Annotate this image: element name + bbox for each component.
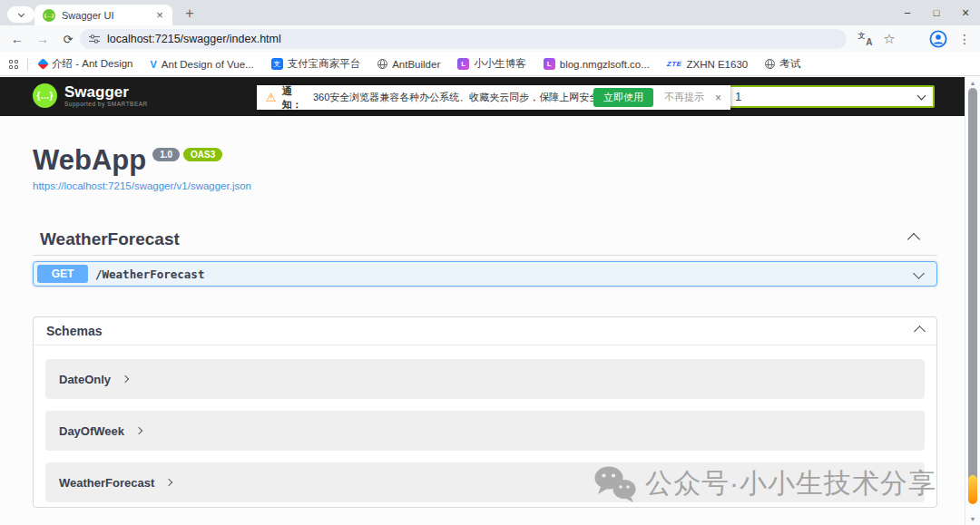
window-minimize-button[interactable]: − [893,0,922,25]
window-close-button[interactable]: × [951,0,980,25]
notice-text: 360安全浏览器兼容各种办公系统、收藏夹云同步，保障上网安全 [313,91,593,104]
brand-name: Swagger [64,83,148,101]
brand-subtitle: Supported by SMARTBEAR [64,101,148,107]
bookmark-star-icon[interactable]: ☆ [878,25,900,53]
ant-design-icon [37,58,49,70]
alipay-icon: 支 [271,58,283,70]
expand-model-chevron-icon[interactable] [122,375,129,383]
translate-icon[interactable]: 文 A [855,25,875,53]
warning-icon: ⚠ [266,91,277,104]
tag-weatherforecast-header[interactable]: WeatherForecast [40,229,180,249]
expand-model-chevron-icon[interactable] [165,479,172,486]
tab-strip: {…} Swagger UI × + − □ × [0,0,980,25]
bookmark-label: 支付宝商家平台 [288,57,361,71]
browser-window: {…} Swagger UI × + − □ × ← → ⟳ localhost… [0,0,980,525]
vue-icon: V [150,59,156,70]
bookmark-label: Ant Design of Vue... [162,59,254,70]
browser-notice-banner: ⚠ 通知： 360安全浏览器兼容各种办公系统、收藏夹云同步，保障上网安全 立即使… [257,85,730,110]
bookmark-antbuilder[interactable]: AntBuilder [377,59,440,70]
translate-glyph-a: A [866,37,872,47]
schemas-header[interactable]: Schemas [34,317,936,345]
watermark-text: 公众号·小小生技术分享 [645,465,936,502]
operation-path: /WeatherForecast [95,267,204,281]
bookmark-label: ZXHN E1630 [686,59,748,70]
globe-icon [765,59,775,69]
bookmark-exam[interactable]: 考试 [765,57,800,71]
divider [33,255,937,256]
api-title: WebApp [33,145,146,176]
forward-button[interactable]: → [31,25,54,53]
bookmark-label: blog.nmgzlsoft.co... [560,59,650,70]
blog-icon: L [457,58,469,70]
swagger-topbar: {…} Swagger Supported by SMARTBEAR 1 ⚠ 通… [0,77,965,116]
bookmark-ant-design-vue[interactable]: V Ant Design of Vue... [150,59,253,70]
definition-select[interactable]: 1 [725,85,935,108]
notice-dismiss-button[interactable]: 不再提示 [664,91,704,104]
bookmark-zxhn[interactable]: ZTE ZXHN E1630 [667,59,748,70]
http-method-badge: GET [37,265,88,283]
model-dayofweek[interactable]: DayOfWeek [45,411,925,451]
model-name: DayOfWeek [59,424,124,438]
model-name: WeatherForecast [59,476,154,490]
collapse-tag-chevron-icon[interactable] [907,233,920,246]
watermark: 公众号·小小生技术分享 [593,464,936,503]
model-name: DateOnly [59,373,111,386]
model-dateonly[interactable]: DateOnly [45,359,925,399]
apps-grid-icon[interactable] [9,60,18,69]
wechat-icon [593,464,637,503]
menu-dots-icon[interactable]: ⋮ [955,25,975,53]
site-settings-icon[interactable] [89,34,100,44]
tab-swagger-ui[interactable]: {…} Swagger UI × [34,5,172,25]
scroll-down-icon[interactable]: ▼ [965,513,980,524]
avatar-icon [929,30,947,48]
chevron-down-icon [17,10,24,16]
new-tab-button[interactable]: + [180,4,200,24]
address-bar[interactable]: localhost:7215/swagger/index.html [80,29,847,49]
schemas-title: Schemas [46,324,102,338]
operation-get-weatherforecast[interactable]: GET /WeatherForecast [33,261,937,287]
swagger-logo: {…} Swagger Supported by SMARTBEAR [33,83,148,108]
divider [27,58,28,71]
bookmark-label: 小小生博客 [474,57,526,71]
zte-icon: ZTE [667,60,682,68]
spec-url-link[interactable]: https://localhost:7215/swagger/v1/swagge… [33,180,251,191]
scroll-up-icon[interactable]: ▲ [965,77,980,88]
notice-label: 通知： [282,84,311,112]
scrollbar-marker [968,475,977,504]
bookmark-xiaoxiaosheng-blog[interactable]: L 小小生博客 [457,57,526,71]
notice-close-icon[interactable]: × [715,92,721,104]
expand-model-chevron-icon[interactable] [135,427,142,434]
scrollbar-thumb[interactable] [968,88,977,487]
bookmark-label: 介绍 - Ant Design [52,57,132,71]
tab-title: Swagger UI [62,10,152,21]
refresh-button[interactable]: ⟳ [56,25,80,53]
swagger-favicon-icon: {…} [43,9,55,22]
bookmark-ant-design[interactable]: 介绍 - Ant Design [39,57,132,71]
notice-action-button[interactable]: 立即使用 [593,88,653,107]
definition-select-value: 1 [735,90,741,103]
profile-avatar[interactable] [927,25,949,53]
tab-search-button[interactable] [7,6,34,23]
url-text: localhost:7215/swagger/index.html [107,33,281,45]
scrollbar[interactable]: ▲ ▼ [965,76,980,525]
chevron-down-icon [917,91,926,100]
bookmarks-bar: 介绍 - Ant Design V Ant Design of Vue... 支… [0,53,980,76]
blog-icon: L [544,58,555,70]
window-maximize-button[interactable]: □ [922,0,951,25]
collapse-schemas-chevron-icon[interactable] [914,326,926,337]
translate-glyph-cn: 文 [858,31,866,41]
tab-close-icon[interactable]: × [152,8,167,23]
bookmark-label: 考试 [779,57,800,71]
swagger-logo-icon: {…} [33,83,57,108]
bookmark-label: AntBuilder [392,59,440,70]
bookmark-nmgzlsoft[interactable]: L blog.nmgzlsoft.co... [544,58,650,70]
globe-icon [377,59,387,69]
oas3-badge: OAS3 [183,148,222,161]
expand-operation-chevron-icon[interactable] [913,267,925,279]
back-button[interactable]: ← [5,25,29,53]
version-badge: 1.0 [152,148,180,161]
bookmark-alipay[interactable]: 支 支付宝商家平台 [271,57,361,71]
